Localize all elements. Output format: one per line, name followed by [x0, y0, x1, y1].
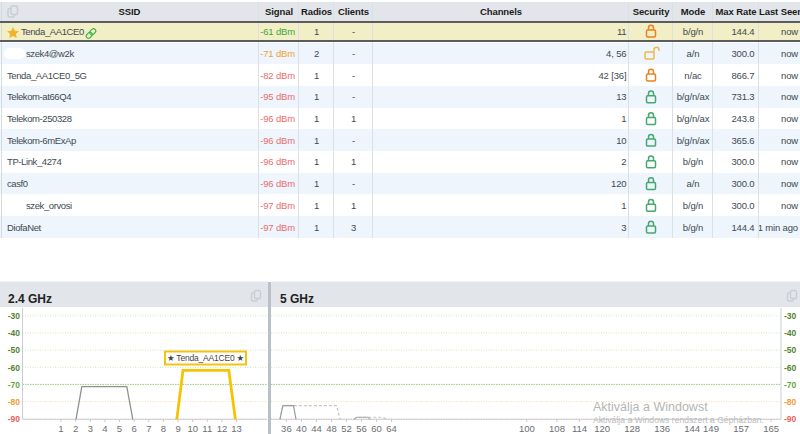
svg-text:-80: -80: [784, 397, 797, 407]
svg-text:Aktiválja a Windows rendszert: Aktiválja a Windows rendszert a Gépházba…: [593, 415, 764, 425]
svg-text:-60: -60: [784, 363, 797, 373]
svg-text:-90: -90: [8, 414, 21, 424]
svg-text:-70: -70: [784, 380, 797, 390]
svg-text:-30: -30: [784, 311, 797, 321]
svg-text:2.4 GHz: 2.4 GHz: [8, 292, 52, 306]
svg-text:-50: -50: [784, 345, 797, 355]
svg-text:6: 6: [132, 423, 137, 434]
svg-text:-60: -60: [8, 363, 21, 373]
svg-text:2: 2: [73, 423, 78, 434]
svg-text:36: 36: [281, 423, 292, 434]
svg-text:13: 13: [231, 423, 242, 434]
svg-text:-40: -40: [8, 328, 21, 338]
svg-text:64: 64: [386, 423, 397, 434]
svg-text:3: 3: [88, 423, 93, 434]
svg-text:-50: -50: [8, 345, 21, 355]
svg-text:56: 56: [356, 423, 367, 434]
svg-text:12: 12: [217, 423, 228, 434]
svg-text:9: 9: [175, 423, 180, 434]
svg-text:Aktiválja a Windowst: Aktiválja a Windowst: [593, 400, 708, 414]
svg-text:★ Tenda_AA1CE0 ★: ★ Tenda_AA1CE0 ★: [167, 353, 245, 363]
svg-text:7: 7: [146, 423, 151, 434]
svg-text:5 GHz: 5 GHz: [280, 292, 314, 306]
svg-text:-70: -70: [8, 380, 21, 390]
svg-text:48: 48: [326, 423, 337, 434]
svg-text:-40: -40: [784, 328, 797, 338]
svg-text:-30: -30: [8, 311, 21, 321]
svg-text:60: 60: [371, 423, 382, 434]
svg-text:165: 165: [763, 423, 779, 434]
svg-text:-90: -90: [784, 414, 797, 424]
svg-text:11: 11: [202, 423, 212, 434]
svg-text:114: 114: [572, 423, 587, 434]
svg-text:8: 8: [161, 423, 166, 434]
svg-text:1: 1: [58, 423, 63, 434]
svg-text:100: 100: [519, 423, 535, 434]
svg-text:40: 40: [296, 423, 307, 434]
svg-text:5: 5: [117, 423, 122, 434]
svg-text:52: 52: [341, 423, 352, 434]
svg-text:-80: -80: [8, 397, 21, 407]
svg-text:4: 4: [102, 423, 107, 434]
svg-text:44: 44: [311, 423, 322, 434]
svg-text:10: 10: [187, 423, 198, 434]
svg-text:108: 108: [549, 423, 565, 434]
